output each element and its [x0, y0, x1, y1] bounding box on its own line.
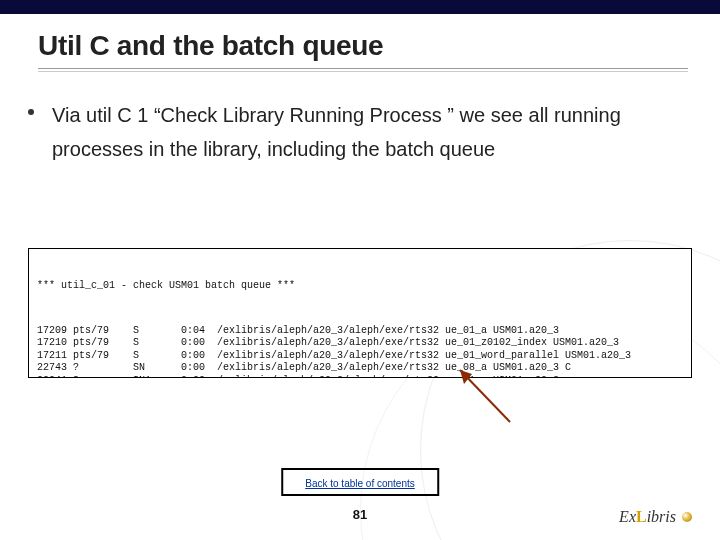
- logo-dot-icon: [682, 512, 692, 522]
- title-underline: [38, 68, 688, 72]
- bullet-item: Via util C 1 “Check Library Running Proc…: [28, 98, 680, 166]
- terminal-row: 22941 ? SN1 0:02 /exlibris/aleph/a20_3/a…: [37, 375, 683, 379]
- terminal-row: 22743 ? SN 0:00 /exlibris/aleph/a20_3/al…: [37, 362, 683, 375]
- slide: Util C and the batch queue Via util C 1 …: [0, 0, 720, 540]
- terminal-row: 17211 pts/79 S 0:00 /exlibris/aleph/a20_…: [37, 350, 683, 363]
- back-link[interactable]: Back to table of contents: [305, 478, 415, 489]
- logo-part-l: L: [636, 508, 647, 526]
- terminal-output-box: *** util_c_01 - check USM01 batch queue …: [28, 248, 692, 378]
- terminal-header: *** util_c_01 - check USM01 batch queue …: [37, 280, 683, 293]
- top-bar: [0, 0, 720, 14]
- back-link-box[interactable]: Back to table of contents: [281, 468, 439, 496]
- bullet-dot-icon: [28, 109, 34, 115]
- exlibris-logo: ExLibris: [619, 508, 692, 526]
- terminal-row: 17209 pts/79 S 0:04 /exlibris/aleph/a20_…: [37, 325, 683, 338]
- terminal-row: 17210 pts/79 S 0:00 /exlibris/aleph/a20_…: [37, 337, 683, 350]
- page-number: 81: [353, 507, 367, 522]
- slide-title: Util C and the batch queue: [38, 30, 383, 62]
- terminal-rows: 17209 pts/79 S 0:04 /exlibris/aleph/a20_…: [37, 325, 683, 379]
- bullet-text: Via util C 1 “Check Library Running Proc…: [52, 98, 680, 166]
- logo-part-rest: ibris: [647, 508, 676, 526]
- logo-part-ex: Ex: [619, 508, 636, 526]
